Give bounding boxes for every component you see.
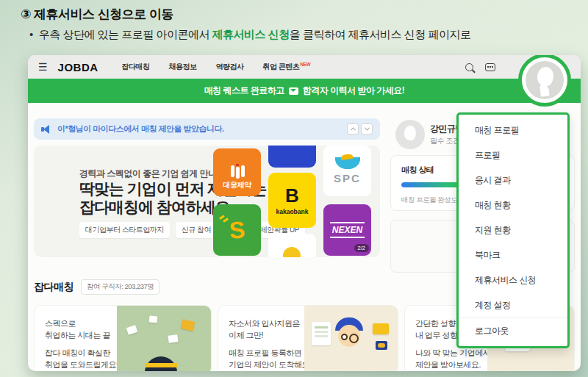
- promo-card-1-text: 스펙으로 취업하는 시대는 끝 잡다 매칭이 확실한 취업을 도와드릴게요!: [45, 317, 118, 370]
- logo-tile-kakaobank: B kakaobank: [268, 173, 316, 228]
- menu-item-test-results[interactable]: 응시 결과: [459, 168, 567, 193]
- promo-card-1-illustration: [117, 306, 211, 371]
- annotation-block: ③ 제휴서비스 신청으로 이동 •우측 상단에 있는 프로필 아이콘에서 제휴서…: [21, 6, 579, 42]
- daewoong-mark-icon: [229, 165, 245, 177]
- hero-banner[interactable]: 경력과 스펙없이 좋은 기업 쉽게 만나기! 딱맞는 기업이 먼저 제안하는 잡…: [34, 146, 380, 257]
- s-letter-icon: S: [229, 216, 246, 244]
- menu-item-partner-service[interactable]: 제휴서비스 신청: [459, 268, 567, 292]
- nav-item-matching[interactable]: 잡다매칭: [122, 62, 150, 72]
- nexen-label: NEXEN: [330, 222, 365, 238]
- notice-bar: 이*형님이 마이다스에서 매칭 제안을 받았습니다.: [34, 118, 380, 140]
- chevron-up-icon: [350, 127, 355, 132]
- promo-card-1[interactable]: 스펙으로 취업하는 시대는 끝 잡다 매칭이 확실한 취업을 도와드릴게요!: [34, 305, 212, 371]
- chevron-down-icon: [364, 126, 369, 131]
- new-badge: NEW: [300, 62, 310, 67]
- menu-item-matching-status[interactable]: 매칭 현황: [459, 193, 567, 218]
- matching-section-header: 잡다매칭 참여 구직자: 203,237명: [34, 279, 159, 295]
- quest-text-before: 매칭 퀘스트 완료하고: [204, 85, 284, 97]
- profile-dropdown-menu: 매칭 프로필 프로필 응시 결과 매칭 현황 지원 현황 북마크 제휴서비스 신…: [456, 112, 570, 348]
- main-nav: 잡다매칭 채용정보 역량검사 취업 콘텐츠NEW: [122, 62, 310, 72]
- notice-stepper: [347, 123, 373, 134]
- menu-item-application-status[interactable]: 지원 현황: [459, 218, 567, 243]
- logo-tile-partial: [268, 234, 316, 257]
- chat-icon[interactable]: [485, 63, 495, 71]
- logo-tile-nexen: NEXEN 2/2: [323, 204, 371, 256]
- spc-swoosh-icon: [335, 157, 360, 169]
- logo-tile-green-s: S: [213, 204, 261, 256]
- menu-item-account-settings[interactable]: 계정 설정: [459, 292, 567, 317]
- jobda-screenshot: ☰ JOBDA 잡다매칭 채용정보 역량검사 취업 콘텐츠NEW 매칭 퀘스트 …: [28, 55, 581, 371]
- daewoong-label: 대웅제약: [223, 180, 251, 190]
- participants-badge: 참여 구직자: 203,237명: [81, 279, 159, 295]
- logo-tile-daewoong: 대웅제약: [213, 148, 261, 196]
- notice-text: 이*형님이 마이다스에서 매칭 제안을 받았습니다.: [57, 123, 224, 134]
- menu-item-matching-profile[interactable]: 매칭 프로필: [459, 118, 567, 143]
- logo-tile-spc: SPC: [323, 146, 371, 196]
- kakaobank-b-icon: B: [285, 186, 299, 205]
- completeness-label: 매칭 프로필 완성도: [401, 195, 457, 205]
- header-profile-avatar[interactable]: [526, 61, 564, 99]
- instruction-highlight: 제휴서비스 신청: [212, 28, 290, 40]
- annotation-instruction: •우측 상단에 있는 프로필 아이콘에서 제휴서비스 신청을 클릭하여 제휴서비…: [21, 28, 579, 42]
- notice-next-button[interactable]: [361, 123, 373, 134]
- instruction-prefix: 우측 상단에 있는 프로필 아이콘에서: [39, 28, 212, 40]
- quest-text-after: 합격자 이력서 받아 가세요!: [303, 85, 405, 97]
- hero-eyebrow: 경력과 스펙없이 좋은 기업 쉽게 만나기!: [79, 168, 228, 180]
- logo-tile-blue: [268, 146, 316, 168]
- promo-card-2-illustration: [304, 306, 398, 371]
- nav-item-jobs[interactable]: 채용정보: [169, 62, 197, 72]
- carousel-page-badge: 2/2: [354, 244, 369, 252]
- promo-card-2[interactable]: 자소서와 입사지원은 이제 그만! 매칭 프로필 등록하면 기업의 제안이 도착…: [218, 305, 398, 371]
- menu-item-bookmark[interactable]: 북마크: [459, 243, 567, 268]
- jobda-logo[interactable]: JOBDA: [58, 61, 98, 73]
- menu-item-logout[interactable]: 로그아웃: [459, 318, 567, 343]
- kakaobank-label: kakaobank: [276, 208, 309, 215]
- annotation-step-title: ③ 제휴서비스 신청으로 이동: [21, 6, 579, 23]
- spc-label: SPC: [334, 172, 361, 184]
- nav-item-content[interactable]: 취업 콘텐츠NEW: [263, 62, 310, 72]
- profile-avatar[interactable]: [395, 120, 425, 149]
- bullet: •: [29, 28, 33, 40]
- hero-tag-1: 대기업부터 스타트업까지: [79, 222, 170, 238]
- app-header: ☰ JOBDA 잡다매칭 채용정보 역량검사 취업 콘텐츠NEW: [28, 55, 581, 79]
- megaphone-icon: [41, 125, 51, 134]
- notice-prev-button[interactable]: [347, 123, 359, 134]
- section-title: 잡다매칭: [34, 281, 74, 294]
- match-progress-fill: [401, 182, 462, 187]
- nav-item-competency-test[interactable]: 역량검사: [216, 62, 244, 72]
- promo-card-2-text: 자소서와 입사지원은 이제 그만! 매칭 프로필 등록하면 기업의 제안이 도착…: [229, 317, 312, 370]
- profile-highlight-ring: [518, 55, 571, 107]
- hamburger-menu-icon[interactable]: ☰: [38, 61, 48, 73]
- mail-icon: [289, 87, 298, 95]
- menu-item-profile[interactable]: 프로필: [459, 143, 567, 168]
- quest-banner[interactable]: 매칭 퀘스트 완료하고 합격자 이력서 받아 가세요!: [28, 79, 581, 103]
- instruction-suffix: 을 클릭하여 제휴서비스 신청 페이지로: [290, 28, 471, 40]
- search-icon[interactable]: [465, 63, 473, 71]
